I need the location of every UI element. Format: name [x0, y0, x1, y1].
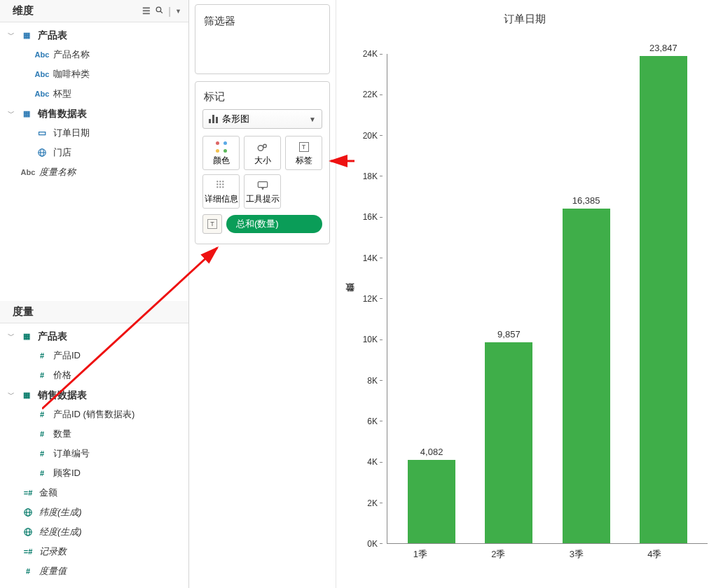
marks-pill-sum-quantity[interactable]: 总和(数量)	[226, 215, 322, 233]
bar-value-label: 16,385	[572, 195, 600, 206]
text-label-icon: T	[299, 141, 309, 153]
globe-icon	[21, 527, 35, 537]
bar-rect	[485, 342, 532, 543]
marks-size-button[interactable]: 大小	[244, 136, 281, 170]
svg-rect-18	[222, 183, 223, 185]
search-icon[interactable]	[155, 5, 164, 17]
measures-body: ﹀ ▦ 产品表 # 产品ID # 价格 ﹀ ▦ 销售数据表 # 产品ID (销售…	[0, 323, 188, 588]
hash-icon: #	[21, 564, 35, 579]
table-icon: ▦	[20, 106, 34, 121]
chart-title: 订单日期	[342, 13, 708, 26]
hash-icon: #	[35, 368, 49, 383]
shelf-column: 筛选器 标记 条形图 ▼ 颜色	[189, 0, 336, 588]
bar-value-label: 9,857	[497, 329, 521, 340]
svg-rect-20	[219, 186, 221, 188]
hash-icon: #	[35, 465, 49, 481]
bar-value-label: 23,847	[649, 43, 677, 53]
field-label: 数量	[53, 426, 71, 442]
dimensions-body: ﹀ ▦ 产品表 Abc 产品名称 Abc 咖啡种类 Abc 杯型 ﹀ ▦ 销售数…	[0, 22, 188, 189]
field-product-name[interactable]: Abc 产品名称	[0, 45, 188, 64]
bar[interactable]: 4,082	[407, 447, 456, 543]
svg-point-12	[263, 144, 266, 148]
field-measure-names[interactable]: Abc 度量名称	[0, 162, 188, 182]
view-as-list-icon[interactable]: ☰	[142, 6, 151, 16]
marks-tooltip-button[interactable]: 工具提示	[244, 174, 281, 209]
field-order-no[interactable]: # 订单编号	[0, 444, 188, 463]
abc-icon: Abc	[35, 86, 49, 102]
field-label: 产品ID	[53, 348, 81, 363]
hash-icon: #	[35, 348, 49, 363]
field-amount[interactable]: =# 金额	[0, 483, 188, 503]
bar-rect	[563, 209, 610, 543]
field-longitude[interactable]: 经度(生成)	[0, 522, 188, 542]
bar[interactable]: 23,847	[639, 43, 688, 543]
dimensions-tools: ☰ | ▼	[142, 5, 181, 17]
svg-rect-15	[222, 181, 223, 182]
table-icon: ▦	[20, 328, 34, 344]
color-icon	[216, 141, 227, 153]
svg-point-11	[258, 146, 263, 151]
field-label: 顾客ID	[53, 465, 81, 481]
hash-icon: #	[35, 446, 49, 461]
mark-label: 大小	[254, 155, 271, 167]
x-tick: 1季	[396, 548, 445, 561]
field-latitude[interactable]: 纬度(生成)	[0, 503, 188, 522]
bar[interactable]: 16,385	[562, 195, 611, 543]
globe-icon	[21, 507, 35, 517]
marks-card: 标记 条形图 ▼ 颜色	[195, 81, 330, 244]
mark-label: 颜色	[213, 155, 230, 167]
marks-type-dropdown[interactable]: 条形图 ▼	[202, 109, 322, 129]
marks-detail-button[interactable]: 详细信息	[202, 174, 240, 209]
field-label: 订单编号	[53, 446, 90, 461]
field-label: 度量值	[39, 564, 67, 579]
field-cup-size[interactable]: Abc 杯型	[0, 84, 188, 104]
chart-body: 数量 24K22K20K18K16K14K12K10K8K6K4K2K0K 4,…	[342, 54, 708, 544]
field-customer-id[interactable]: # 顾客ID	[0, 463, 188, 483]
measure-table-product[interactable]: ﹀ ▦ 产品表	[0, 326, 188, 346]
mark-label: 详细信息	[205, 193, 238, 205]
marks-grid: 颜色 大小 T 标签 详细信息	[195, 136, 329, 214]
plot-area[interactable]: 4,0829,85716,38523,847	[387, 54, 708, 544]
dropdown-label: 条形图	[222, 113, 249, 125]
field-store[interactable]: 门店	[0, 143, 188, 162]
field-product-id-sales[interactable]: # 产品ID (销售数据表)	[0, 405, 188, 424]
dropdown-caret-icon[interactable]: ▼	[175, 8, 181, 15]
field-quantity[interactable]: # 数量	[0, 424, 188, 444]
field-product-id[interactable]: # 产品ID	[0, 346, 188, 365]
text-label-icon[interactable]: T	[202, 214, 222, 234]
table-label: 产品表	[38, 27, 67, 43]
table-label: 产品表	[38, 328, 67, 344]
dimensions-header: 维度 ☰ | ▼	[0, 0, 188, 22]
dimension-table-product[interactable]: ﹀ ▦ 产品表	[0, 25, 188, 45]
field-record-count[interactable]: =# 记录数	[0, 542, 188, 561]
svg-rect-17	[219, 183, 221, 185]
svg-rect-14	[219, 181, 221, 182]
marks-label-button[interactable]: T 标签	[285, 136, 322, 170]
field-label: 价格	[53, 368, 71, 383]
field-label: 产品ID (销售数据表)	[53, 407, 135, 422]
calc-hash-icon: =#	[21, 544, 35, 559]
dimension-table-sales[interactable]: ﹀ ▦ 销售数据表	[0, 104, 188, 123]
data-pane: 维度 ☰ | ▼ ﹀ ▦ 产品表 Abc 产品名称 Abc 咖啡种类 Abc 杯…	[0, 0, 189, 588]
measures-title: 度量	[13, 305, 34, 318]
filters-card[interactable]: 筛选器	[195, 4, 330, 74]
marks-title: 标记	[195, 82, 329, 109]
bar-rect	[408, 460, 455, 543]
field-label: 金额	[39, 485, 57, 500]
detail-icon	[216, 179, 227, 192]
svg-rect-22	[258, 182, 267, 188]
table-label: 销售数据表	[38, 106, 87, 121]
svg-rect-21	[222, 186, 223, 188]
field-price[interactable]: # 价格	[0, 365, 188, 385]
field-label: 杯型	[53, 86, 71, 102]
field-coffee-type[interactable]: Abc 咖啡种类	[0, 64, 188, 84]
field-label: 咖啡种类	[53, 66, 90, 82]
bar[interactable]: 9,857	[484, 329, 533, 543]
table-icon: ▦	[20, 27, 34, 43]
field-measure-values[interactable]: # 度量值	[0, 561, 188, 581]
measure-table-sales[interactable]: ﹀ ▦ 销售数据表	[0, 385, 188, 405]
field-order-date[interactable]: ▭ 订单日期	[0, 123, 188, 143]
marks-color-button[interactable]: 颜色	[202, 136, 240, 170]
field-label: 度量名称	[39, 164, 76, 180]
svg-line-1	[160, 11, 163, 13]
